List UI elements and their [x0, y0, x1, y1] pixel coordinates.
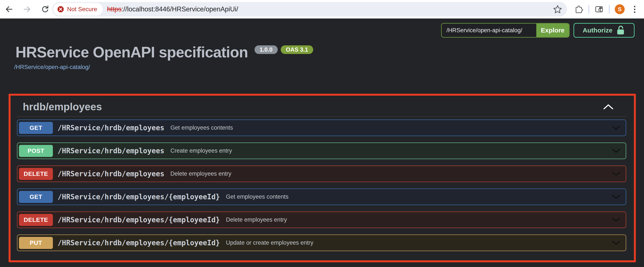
- toolbar-right-icons: S: [574, 4, 639, 14]
- explore-input-group: Explore: [441, 23, 570, 38]
- operation-summary: Delete employees entry: [170, 170, 232, 177]
- highlighted-tag-section: hrdb/employees GET /HRService/hrdb/emplo…: [8, 94, 636, 262]
- method-badge: POST: [19, 145, 53, 157]
- back-icon: [5, 5, 13, 14]
- browser-menu-button[interactable]: [630, 6, 639, 13]
- url-text: https://localhost:8446/HRService/openApi…: [107, 5, 238, 13]
- method-badge: PUT: [19, 237, 53, 249]
- url-bar[interactable]: Not Secure https://localhost:8446/HRServ…: [52, 2, 567, 16]
- operation-path: /HRService/hrdb/employees/{employeeId}: [58, 238, 220, 247]
- page-title: HRService OpenAPI specification: [16, 44, 248, 60]
- forward-button[interactable]: [22, 4, 32, 14]
- operation-summary: Get employees contents: [170, 124, 233, 131]
- star-icon: [553, 4, 562, 14]
- operation-path: /HRService/hrdb/employees/{employeeId}: [58, 192, 220, 201]
- toolbar-divider: [588, 5, 589, 14]
- operation-path: /HRService/hrdb/employees: [58, 146, 164, 155]
- side-panel-search-icon: [595, 5, 603, 14]
- chevron-up-icon[interactable]: [603, 104, 613, 110]
- back-button[interactable]: [4, 4, 14, 14]
- operation-path: /HRService/hrdb/employees: [58, 170, 164, 178]
- operation-summary: Create employees entry: [170, 148, 232, 154]
- reload-icon: [41, 5, 50, 14]
- operation-path: /HRService/hrdb/employees/{employeeId}: [58, 216, 220, 224]
- operation-row-post-employees[interactable]: POST /HRService/hrdb/employees Create em…: [17, 142, 626, 159]
- operation-summary: Get employees contents: [226, 194, 288, 200]
- profile-avatar[interactable]: S: [615, 4, 625, 14]
- side-panel-button[interactable]: [594, 4, 604, 14]
- unlock-icon: [616, 25, 625, 36]
- not-secure-chip[interactable]: Not Secure: [53, 3, 103, 16]
- operation-row-delete-employee-by-id[interactable]: DELETE /HRService/hrdb/employees/{employ…: [17, 212, 626, 228]
- chevron-down-icon[interactable]: [612, 218, 620, 222]
- version-badge: 1.0.0: [254, 45, 278, 54]
- authorize-label: Authorize: [583, 27, 612, 34]
- extensions-button[interactable]: [574, 4, 584, 14]
- operation-row-delete-employees[interactable]: DELETE /HRService/hrdb/employees Delete …: [17, 166, 626, 182]
- forward-icon: [23, 5, 32, 14]
- method-badge: DELETE: [19, 168, 53, 180]
- title-badges: 1.0.0 OAS 3.1: [254, 45, 314, 54]
- bookmark-button[interactable]: [553, 4, 562, 14]
- oas-badge: OAS 3.1: [281, 45, 314, 54]
- tag-title: hrdb/employees: [23, 101, 102, 112]
- method-badge: DELETE: [19, 214, 53, 226]
- authorize-button[interactable]: Authorize: [574, 23, 634, 38]
- chevron-down-icon[interactable]: [612, 241, 620, 245]
- chevron-down-icon[interactable]: [612, 149, 620, 153]
- explore-input[interactable]: [442, 24, 536, 37]
- method-badge: GET: [19, 191, 53, 203]
- operation-row-get-employee-by-id[interactable]: GET /HRService/hrdb/employees/{employeeI…: [17, 188, 626, 205]
- method-badge: GET: [19, 122, 53, 134]
- operation-row-put-employee-by-id[interactable]: PUT /HRService/hrdb/employees/{employeeI…: [17, 234, 626, 251]
- swagger-topbar: Explore Authorize: [0, 23, 644, 38]
- reload-button[interactable]: [40, 4, 50, 14]
- swagger-page: Explore Authorize HRService OpenAPI spec…: [0, 18, 644, 267]
- chevron-down-icon[interactable]: [612, 172, 620, 176]
- not-secure-label: Not Secure: [67, 6, 97, 13]
- browser-toolbar: Not Secure https://localhost:8446/HRServ…: [0, 0, 644, 18]
- operation-summary: Delete employees entry: [226, 216, 287, 223]
- operation-summary: Update or create employees entry: [226, 240, 314, 246]
- operation-row-get-employees[interactable]: GET /HRService/hrdb/employees Get employ…: [17, 120, 626, 136]
- operations-list: GET /HRService/hrdb/employees Get employ…: [10, 117, 634, 251]
- puzzle-icon: [574, 5, 583, 14]
- spec-link[interactable]: /HRService/open-api-catalog/: [14, 64, 90, 70]
- nav-buttons: [4, 4, 50, 14]
- explore-button[interactable]: Explore: [536, 24, 569, 37]
- chevron-down-icon[interactable]: [612, 195, 620, 199]
- operation-path: /HRService/hrdb/employees: [58, 124, 164, 132]
- url-scheme-struck: https: [107, 5, 122, 13]
- tag-header[interactable]: hrdb/employees: [10, 96, 634, 112]
- toolbar-divider: [609, 5, 610, 14]
- api-info: HRService OpenAPI specification 1.0.0 OA…: [16, 44, 644, 70]
- url-rest: ://localhost:8446/HRService/openApiUi/: [122, 5, 238, 13]
- chevron-down-icon[interactable]: [612, 126, 620, 130]
- not-secure-icon: [57, 6, 64, 13]
